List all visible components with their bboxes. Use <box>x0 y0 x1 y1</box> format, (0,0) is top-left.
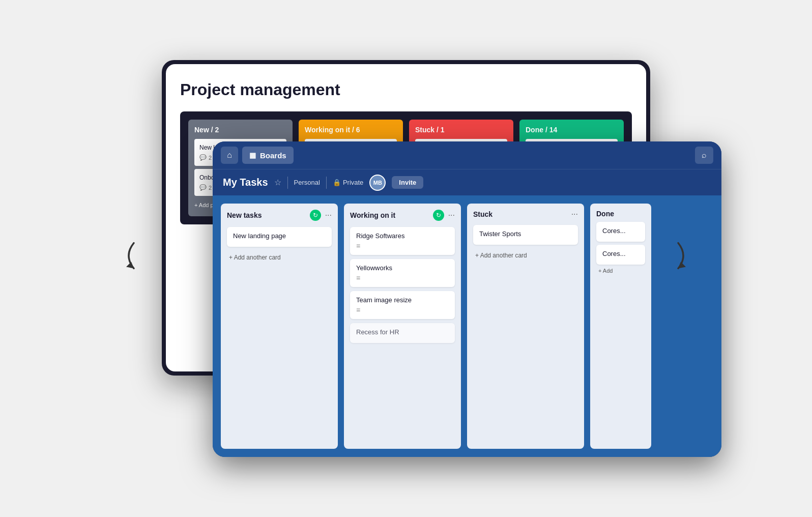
nav-boards-button[interactable]: ▦ Boards <box>242 147 294 164</box>
new-tasks-add-card-button[interactable]: + Add another card <box>227 251 332 264</box>
done-title: Done <box>596 210 614 218</box>
back-col-new-header: New / 2 <box>194 126 286 134</box>
front-col-new-tasks: New tasks ↻ ··· New landing page + Add a… <box>221 204 338 449</box>
front-card-core1[interactable]: Cores... <box>596 222 645 242</box>
ridge-card-lines: ≡ <box>356 242 449 250</box>
working-refresh-icon: ↻ <box>433 210 444 221</box>
front-card-team-image-title: Team image resize <box>356 296 449 304</box>
front-card-core2[interactable]: Cores... <box>596 245 645 265</box>
toolbar-divider-2 <box>326 177 327 189</box>
stuck-more-icon[interactable]: ··· <box>571 210 578 219</box>
working-title: Working on it <box>350 211 395 219</box>
front-col-stuck: Stuck ··· Twister Sports + Add another c… <box>467 204 584 449</box>
back-col-done-header: Done / 14 <box>526 126 618 134</box>
personal-label: Personal <box>294 179 320 186</box>
star-icon[interactable]: ☆ <box>274 178 281 187</box>
boards-icon: ▦ <box>249 151 256 159</box>
front-card-core1-title: Cores... <box>602 227 639 235</box>
search-icon: ⌕ <box>702 151 707 160</box>
stuck-title: Stuck <box>473 210 492 218</box>
new-tasks-more-icon[interactable]: ··· <box>325 211 332 220</box>
front-col-done-header: Done <box>596 210 645 218</box>
right-arrow[interactable] <box>671 241 696 277</box>
front-card-twister[interactable]: Twister Sports <box>473 225 578 245</box>
front-card-ridge[interactable]: Ridge Softwares ≡ <box>350 227 455 255</box>
boards-label: Boards <box>260 151 286 160</box>
front-toolbar: My Tasks ☆ Personal 🔒 Private MB Invite <box>213 169 721 195</box>
front-card-new-landing-title: New landing page <box>233 232 326 240</box>
toolbar-divider-1 <box>287 177 288 189</box>
nav-search-button[interactable]: ⌕ <box>695 147 713 164</box>
front-card-core2-title: Cores... <box>602 250 639 257</box>
kanban-front-board: New tasks ↻ ··· New landing page + Add a… <box>213 195 721 457</box>
board-title: My Tasks <box>223 177 268 188</box>
front-card-ridge-title: Ridge Softwares <box>356 232 449 240</box>
front-card-recess-title: Recess for HR <box>356 328 449 336</box>
front-card-yellowworks-title: Yellowworks <box>356 264 449 272</box>
front-card-recess[interactable]: Recess for HR <box>350 323 455 343</box>
front-col-stuck-header: Stuck ··· <box>473 210 578 219</box>
new-tasks-refresh-icon: ↻ <box>310 210 321 221</box>
invite-button[interactable]: Invite <box>392 176 423 189</box>
avatar: MB <box>369 175 386 191</box>
front-card-new-landing[interactable]: New landing page <box>227 227 332 247</box>
personal-tag: Personal <box>294 179 320 186</box>
front-card-yellowworks[interactable]: Yellowworks ≡ <box>350 259 455 287</box>
front-col-done-partial: Done Cores... Cores... + Add <box>590 204 651 449</box>
back-col-stuck-header: Stuck / 1 <box>415 126 507 134</box>
working-more-icon[interactable]: ··· <box>448 211 455 220</box>
tablet-front: ⌂ ▦ Boards ⌕ My Tasks ☆ Personal 🔒 Priva… <box>213 141 721 457</box>
stuck-actions: ··· <box>571 210 578 219</box>
working-actions: ↻ ··· <box>433 210 455 221</box>
left-arrow[interactable] <box>116 241 141 277</box>
yellowworks-card-lines: ≡ <box>356 274 449 282</box>
lock-icon: 🔒 <box>333 179 341 186</box>
front-col-new-tasks-header: New tasks ↻ ··· <box>227 210 332 221</box>
front-col-working-header: Working on it ↻ ··· <box>350 210 455 221</box>
stuck-add-card-button[interactable]: + Add another card <box>473 249 578 262</box>
front-card-twister-title: Twister Sports <box>479 230 572 238</box>
pm-title: Project management <box>180 80 632 99</box>
scene: Project management New / 2 New landing p… <box>101 30 711 487</box>
nav-home-button[interactable]: ⌂ <box>221 147 238 164</box>
done-add-card-button[interactable]: + Add <box>596 265 645 277</box>
private-label: Private <box>343 179 363 186</box>
front-nav: ⌂ ▦ Boards ⌕ <box>213 141 721 169</box>
front-card-team-image[interactable]: Team image resize ≡ <box>350 291 455 319</box>
private-tag: 🔒 Private <box>333 179 363 186</box>
back-col-working-header: Working on it / 6 <box>305 126 397 134</box>
new-tasks-title: New tasks <box>227 211 262 219</box>
front-col-working: Working on it ↻ ··· Ridge Softwares ≡ Ye… <box>344 204 461 449</box>
new-tasks-actions: ↻ ··· <box>310 210 332 221</box>
home-icon: ⌂ <box>227 151 232 160</box>
team-image-card-lines: ≡ <box>356 306 449 314</box>
